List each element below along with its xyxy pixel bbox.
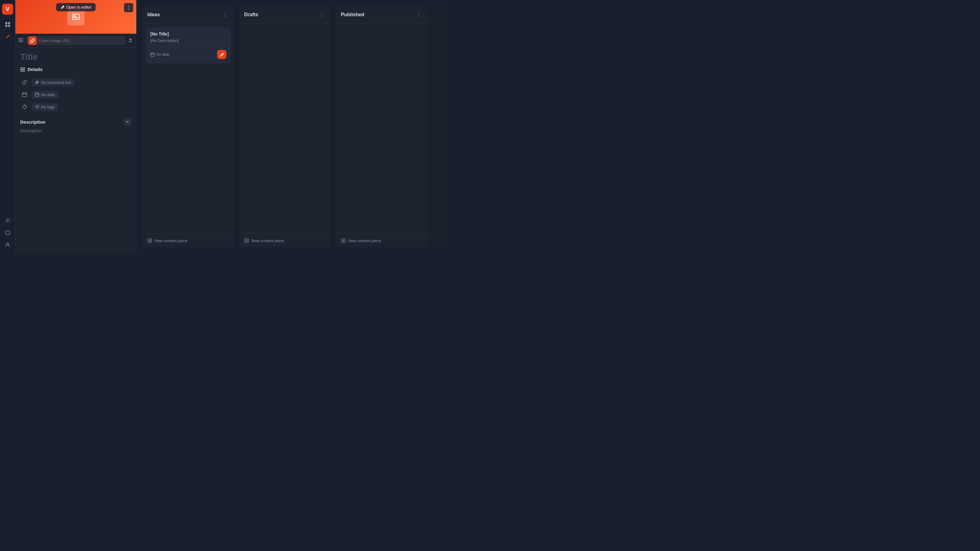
date-inner-icon <box>35 92 39 97</box>
svg-rect-9 <box>18 38 23 39</box>
column-ideas: Ideas ⋮ [No Title] [No Description] No d… <box>142 6 234 247</box>
svg-rect-14 <box>20 71 25 71</box>
column-published-cards <box>336 24 428 233</box>
canonical-link-inner-icon <box>35 80 39 84</box>
grid-icon[interactable] <box>3 20 13 29</box>
page-title: Title <box>20 52 131 62</box>
new-content-published-icon <box>341 238 346 243</box>
column-published-title: Published <box>341 12 364 17</box>
card-footer: No date <box>150 50 226 59</box>
svg-rect-10 <box>18 40 23 40</box>
card-date-text: No date <box>156 52 169 57</box>
details-header: Details <box>20 67 131 72</box>
svg-point-25 <box>25 106 26 106</box>
upload-icon[interactable] <box>128 37 133 44</box>
new-content-ideas-icon <box>147 238 152 243</box>
cover-more-button[interactable]: ⋮ <box>124 3 133 12</box>
card-title: [No Title] <box>150 32 226 37</box>
description-input[interactable] <box>20 128 131 148</box>
link-icon <box>28 37 37 45</box>
edit-icon[interactable] <box>3 32 13 41</box>
tags-outer-icon <box>20 103 29 111</box>
card-date: No date <box>150 52 169 57</box>
new-content-published-label: New content piece <box>348 238 381 243</box>
description-close-button[interactable]: ✕ <box>123 118 131 126</box>
canonical-link-value[interactable]: No canonical link <box>32 79 74 86</box>
svg-marker-5 <box>5 230 10 235</box>
new-content-drafts-icon <box>244 238 249 243</box>
card-edit-icon <box>220 52 224 57</box>
svg-rect-13 <box>20 69 25 70</box>
canonical-link-outer-icon <box>20 78 29 87</box>
column-ideas-header: Ideas ⋮ <box>142 6 234 24</box>
svg-rect-3 <box>8 25 10 27</box>
date-label: No date <box>41 92 55 97</box>
card-description: [No Description] <box>150 38 226 46</box>
user-icon[interactable] <box>3 240 13 250</box>
sidebar-bottom <box>3 216 13 250</box>
description-label: Description <box>20 119 46 125</box>
new-content-ideas-label: New content piece <box>155 238 188 243</box>
cover-image-area: Open in editor ⋮ <box>15 0 136 34</box>
column-ideas-more-button[interactable]: ⋮ <box>221 10 229 19</box>
column-ideas-cards: [No Title] [No Description] No date <box>142 24 234 233</box>
svg-rect-11 <box>18 41 23 42</box>
svg-point-6 <box>7 243 9 245</box>
open-in-editor-label: Open in editor <box>67 5 92 10</box>
svg-rect-27 <box>151 53 154 56</box>
column-drafts-title: Drafts <box>244 12 258 17</box>
new-content-ideas-button[interactable]: New content piece <box>142 233 234 247</box>
svg-rect-12 <box>20 68 25 68</box>
panel-content: Title Details <box>15 48 136 254</box>
column-fourth-partial <box>433 6 446 247</box>
details-menu-icon <box>20 67 25 72</box>
date-outer-icon <box>20 90 29 99</box>
tags-label: No tags <box>41 105 55 109</box>
svg-rect-17 <box>22 93 27 97</box>
hexagon-icon[interactable] <box>3 228 13 238</box>
settings-icon[interactable] <box>3 216 13 225</box>
description-section: Description ✕ <box>20 118 131 149</box>
cover-url-input[interactable] <box>38 36 123 45</box>
tags-row: No tags <box>20 101 131 113</box>
date-row: No date <box>20 89 131 101</box>
new-content-drafts-button[interactable]: New content piece <box>239 233 331 247</box>
card-edit-button[interactable] <box>217 50 226 59</box>
column-published: Published ⋮ New content piece <box>336 6 428 247</box>
svg-point-26 <box>38 106 38 106</box>
sidebar: V <box>0 0 15 254</box>
tags-value[interactable]: No tags <box>32 103 58 111</box>
svg-rect-0 <box>5 22 7 24</box>
details-label: Details <box>27 67 43 72</box>
svg-point-4 <box>7 220 8 221</box>
canonical-link-row: No canonical link <box>20 76 131 89</box>
description-header: Description ✕ <box>20 118 131 126</box>
app-logo[interactable]: V <box>2 4 13 15</box>
column-ideas-title: Ideas <box>147 12 160 17</box>
panel: Open in editor ⋮ <box>15 0 136 254</box>
svg-rect-1 <box>8 22 10 24</box>
menu-icon[interactable] <box>18 38 23 44</box>
column-drafts-header: Drafts ⋮ <box>239 6 331 24</box>
column-drafts: Drafts ⋮ New content piece <box>239 6 331 247</box>
date-value[interactable]: No date <box>32 91 58 98</box>
kanban-board: Ideas ⋮ [No Title] [No Description] No d… <box>136 0 446 254</box>
new-content-drafts-label: New content piece <box>251 238 284 243</box>
canonical-link-label: No canonical link <box>41 80 71 85</box>
column-drafts-more-button[interactable]: ⋮ <box>318 10 326 19</box>
svg-rect-21 <box>35 93 39 97</box>
new-content-published-button[interactable]: New content piece <box>336 233 428 247</box>
svg-rect-2 <box>5 25 7 27</box>
column-published-more-button[interactable]: ⋮ <box>414 10 423 19</box>
column-published-header: Published ⋮ <box>336 6 428 24</box>
open-in-editor-button[interactable]: Open in editor <box>56 3 96 11</box>
card-no-title[interactable]: [No Title] [No Description] No date <box>146 27 231 64</box>
tags-inner-icon <box>35 105 39 109</box>
cover-url-input-wrap <box>26 36 125 45</box>
panel-toolbar <box>15 34 136 48</box>
card-date-icon <box>150 52 155 57</box>
column-drafts-cards <box>239 24 331 233</box>
